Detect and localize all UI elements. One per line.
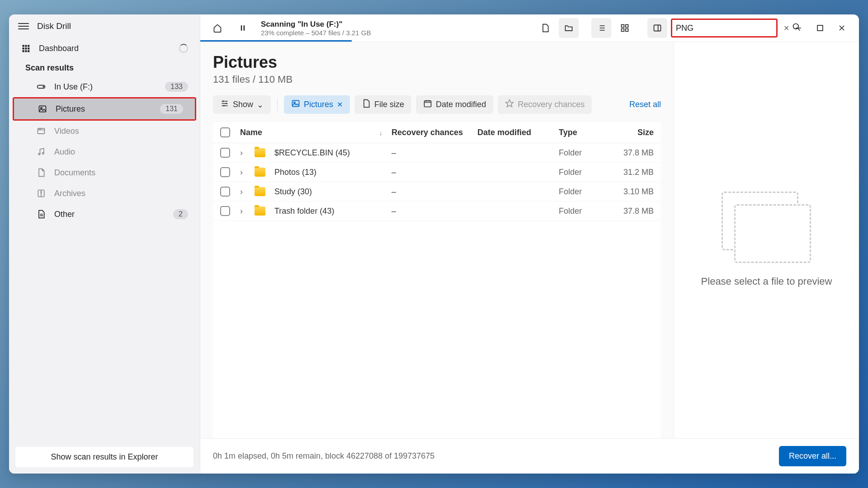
row-name: $RECYCLE.BIN (45) [274, 148, 350, 158]
sidebar-header: Disk Drill [9, 14, 200, 38]
row-checkbox[interactable] [220, 167, 230, 177]
svg-rect-25 [817, 25, 823, 31]
folder-view-button[interactable] [559, 18, 579, 38]
footer: 0h 1m elapsed, 0h 5m remain, block 46227… [200, 438, 859, 474]
column-recovery[interactable]: Recovery chances [392, 128, 477, 137]
row-size: 31.2 MB [609, 168, 654, 177]
column-date[interactable]: Date modified [477, 128, 559, 137]
column-name[interactable]: Name↓ [240, 128, 392, 137]
svg-rect-6 [23, 50, 24, 52]
column-type[interactable]: Type [559, 128, 609, 137]
sidebar-item-archives[interactable]: Archives [9, 183, 200, 204]
column-size[interactable]: Size [609, 128, 654, 137]
show-in-explorer-button[interactable]: Show scan results in Explorer [15, 447, 193, 467]
row-checkbox[interactable] [220, 148, 230, 158]
sidebar-item-audio[interactable]: Audio [9, 141, 200, 162]
folder-icon [255, 206, 265, 216]
chevron-right-icon[interactable]: › [240, 187, 248, 197]
recover-all-button[interactable]: Recover all... [779, 446, 846, 466]
svg-rect-1 [25, 45, 27, 47]
table-row[interactable]: › Photos (13) – Folder 31.2 MB [213, 163, 661, 182]
preview-pane: Please select a file to preview [674, 42, 859, 438]
sidebar-item-pictures[interactable]: Pictures 131 [14, 99, 195, 119]
svg-rect-22 [626, 29, 628, 32]
file-view-button[interactable] [535, 18, 555, 38]
sidebar-item-other[interactable]: Other 2 [9, 204, 200, 225]
sidebar-item-drive[interactable]: In Use (F:) 133 [9, 76, 200, 97]
sidebar-item-dashboard[interactable]: Dashboard [9, 38, 200, 59]
minimize-button[interactable] [788, 18, 808, 38]
folder-icon [255, 168, 265, 177]
row-checkbox[interactable] [220, 187, 230, 197]
row-name: Photos (13) [274, 168, 316, 177]
sidebar-item-label: Documents [54, 168, 95, 178]
svg-rect-5 [28, 47, 29, 49]
row-recovery: – [392, 206, 477, 216]
grid-view-button[interactable] [615, 18, 635, 38]
close-icon[interactable]: ✕ [337, 100, 343, 109]
home-button[interactable] [208, 18, 227, 38]
window-controls [788, 18, 852, 38]
chevron-right-icon[interactable]: › [240, 206, 248, 216]
search-box[interactable]: ✕ [671, 19, 778, 38]
table-row[interactable]: › Study (30) – Folder 3.10 MB [213, 182, 661, 202]
scan-info: Scanning "In Use (F:)" 23% complete – 50… [261, 20, 371, 37]
sidebar-item-label: In Use (F:) [54, 82, 93, 92]
sidebar-item-documents[interactable]: Documents [9, 162, 200, 183]
svg-rect-17 [241, 25, 242, 31]
sidebar-item-label: Archives [54, 189, 85, 198]
app-window: Disk Drill Dashboard Scan results In Use… [9, 14, 859, 474]
preview-toggle-button[interactable] [647, 18, 667, 38]
maximize-button[interactable] [810, 18, 830, 38]
table-row[interactable]: › Trash folder (43) – Folder 37.8 MB [213, 202, 661, 221]
content: Pictures 131 files / 110 MB Show ⌄ Pictu… [200, 42, 859, 438]
scan-subtitle: 23% complete – 5047 files / 3.21 GB [261, 29, 371, 37]
svg-point-14 [38, 153, 40, 155]
svg-rect-23 [654, 25, 661, 31]
row-recovery: – [392, 168, 477, 177]
pictures-filter[interactable]: Pictures ✕ [284, 95, 350, 114]
svg-rect-28 [425, 101, 431, 107]
svg-rect-2 [28, 45, 29, 47]
row-type: Folder [559, 206, 609, 216]
list-view-button[interactable] [591, 18, 611, 38]
recovery-filter[interactable]: Recovery chances [498, 95, 592, 114]
chevron-right-icon[interactable]: › [240, 168, 248, 177]
hamburger-icon[interactable] [18, 21, 29, 32]
svg-rect-3 [23, 47, 24, 49]
row-name: Study (30) [274, 187, 312, 197]
status-text: 0h 1m elapsed, 0h 5m remain, block 46227… [213, 451, 434, 461]
chevron-right-icon[interactable]: › [240, 148, 248, 158]
row-type: Folder [559, 187, 609, 197]
reset-all-link[interactable]: Reset all [629, 100, 661, 109]
calendar-icon [423, 99, 432, 110]
row-type: Folder [559, 148, 609, 158]
scan-title: Scanning "In Use (F:)" [261, 20, 371, 29]
music-icon [36, 147, 46, 157]
sidebar-item-videos[interactable]: Videos [9, 121, 200, 141]
select-all-checkbox[interactable] [220, 127, 230, 137]
search-input[interactable] [676, 23, 781, 33]
row-name: Trash folder (43) [274, 206, 334, 216]
filesize-filter[interactable]: File size [354, 95, 411, 114]
sidebar-item-label: Pictures [56, 104, 85, 114]
date-filter[interactable]: Date modified [416, 95, 493, 114]
row-type: Folder [559, 168, 609, 177]
count-badge: 133 [165, 82, 188, 92]
section-header: Scan results [9, 59, 200, 76]
close-button[interactable] [832, 18, 852, 38]
row-recovery: – [392, 148, 477, 158]
show-filter[interactable]: Show ⌄ [213, 95, 271, 114]
svg-rect-18 [244, 25, 245, 31]
topbar-right: ✕ [535, 18, 852, 38]
pause-button[interactable] [233, 18, 253, 38]
sidebar-item-label: Audio [54, 147, 75, 157]
drive-icon [36, 82, 46, 92]
svg-rect-8 [28, 50, 29, 52]
divider [277, 99, 278, 111]
count-badge: 131 [160, 104, 183, 114]
table-row[interactable]: › $RECYCLE.BIN (45) – Folder 37.8 MB [213, 143, 661, 163]
row-checkbox[interactable] [220, 206, 230, 216]
grid-icon [21, 43, 31, 53]
svg-rect-11 [39, 106, 46, 112]
